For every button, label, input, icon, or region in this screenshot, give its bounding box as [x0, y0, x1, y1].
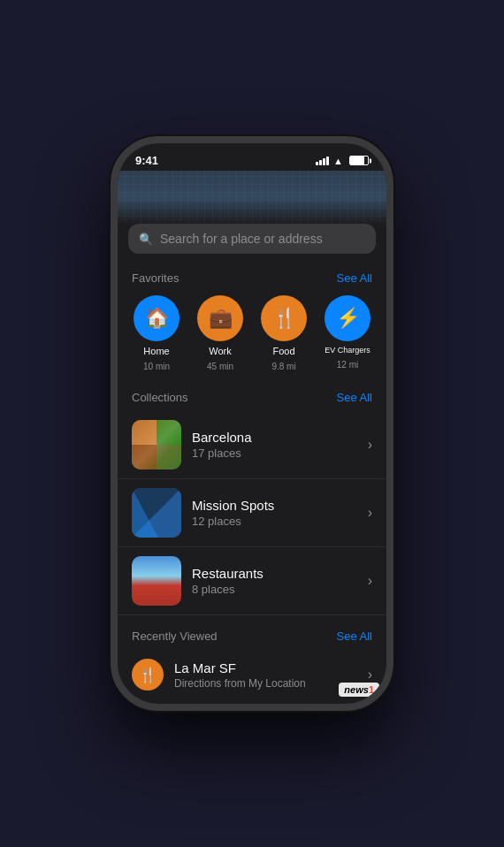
food-sublabel: 9.8 mi — [271, 362, 295, 371]
mission-chevron: › — [368, 505, 372, 521]
home-sublabel: 10 min — [143, 362, 170, 371]
status-time: 9:41 — [135, 154, 158, 167]
favorites-title: Favorites — [132, 271, 179, 285]
collection-barcelona[interactable]: Barcelona 17 places › — [118, 411, 386, 479]
mission-thumbnail — [132, 488, 181, 538]
favorites-header: Favorites See All — [118, 264, 386, 292]
search-bar[interactable]: 🔍 Search for a place or address — [128, 224, 376, 254]
map-preview — [118, 171, 386, 224]
search-placeholder: Search for a place or address — [160, 232, 323, 246]
restaurants-thumbnail — [132, 556, 181, 606]
mute-button — [111, 227, 112, 252]
food-icon: 🍴 — [261, 295, 307, 341]
restaurants-chevron: › — [368, 573, 372, 589]
collection-restaurants[interactable]: Restaurants 8 places › — [118, 547, 386, 615]
mission-count: 12 places — [192, 515, 357, 528]
barcelona-chevron: › — [368, 437, 372, 453]
main-content[interactable]: Favorites See All 🏠 Home 10 min 💼 Work 4… — [118, 264, 386, 697]
mission-info: Mission Spots 12 places — [192, 498, 357, 528]
mission-name: Mission Spots — [192, 498, 357, 513]
favorite-work[interactable]: 💼 Work 45 min — [195, 295, 245, 371]
barcelona-count: 17 places — [192, 446, 357, 460]
favorite-home[interactable]: 🏠 Home 10 min — [132, 295, 181, 371]
watermark-text: news1 — [344, 684, 374, 695]
collections-header: Collections See All — [118, 384, 386, 411]
barcelona-thumbnail — [132, 420, 181, 469]
phone-screen: 9:41 ▲ 🔍 Search for a place or address — [118, 143, 386, 704]
work-sublabel: 45 min — [207, 362, 233, 371]
work-label: Work — [209, 346, 231, 357]
home-icon: 🏠 — [134, 295, 179, 341]
phone-frame: 9:41 ▲ 🔍 Search for a place or address — [111, 136, 393, 711]
collections-title: Collections — [132, 391, 188, 404]
recent-see-all[interactable]: See All — [337, 630, 372, 643]
favorites-see-all[interactable]: See All — [337, 271, 372, 285]
barcelona-name: Barcelona — [192, 430, 357, 445]
signal-icon — [316, 156, 329, 165]
favorites-row[interactable]: 🏠 Home 10 min 💼 Work 45 min 🍴 Food 9.8 m… — [118, 292, 386, 384]
watermark: news1 — [339, 683, 379, 697]
restaurants-info: Restaurants 8 places — [192, 566, 357, 596]
volume-down-button — [111, 318, 112, 362]
home-label: Home — [143, 346, 169, 357]
lamar-chevron: › — [368, 667, 372, 683]
collection-mission[interactable]: Mission Spots 12 places › — [118, 479, 386, 547]
ev-label: EV Chargers — [325, 346, 370, 355]
ev-icon: ⚡ — [325, 295, 370, 341]
collections-see-all[interactable]: See All — [337, 391, 372, 404]
battery-icon — [349, 156, 369, 165]
ev-sublabel: 12 mi — [337, 360, 358, 370]
lamar-name: La Mar SF — [174, 660, 357, 675]
food-label: Food — [272, 346, 294, 357]
favorite-ev[interactable]: ⚡ EV Chargers 12 mi — [323, 295, 372, 371]
wifi-icon: ▲ — [333, 156, 343, 166]
recent-title: Recently Viewed — [132, 630, 218, 643]
power-button — [392, 249, 393, 302]
lamar-icon: 🍴 — [132, 659, 164, 691]
favorite-food[interactable]: 🍴 Food 9.8 mi — [259, 295, 309, 371]
lamar-address: Directions from My Location — [174, 677, 357, 690]
search-icon: 🔍 — [139, 233, 153, 246]
notch — [195, 143, 309, 168]
lamar-info: La Mar SF Directions from My Location — [174, 660, 357, 690]
status-icons: ▲ — [316, 156, 369, 166]
barcelona-info: Barcelona 17 places — [192, 430, 357, 460]
restaurants-count: 8 places — [192, 583, 357, 596]
volume-up-button — [111, 265, 112, 309]
recent-header: Recently Viewed See All — [118, 622, 386, 650]
work-icon: 💼 — [197, 295, 243, 341]
restaurants-name: Restaurants — [192, 566, 357, 581]
